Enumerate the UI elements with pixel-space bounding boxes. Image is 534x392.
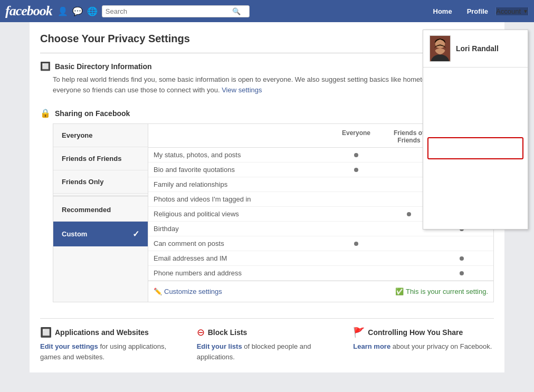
home-link[interactable]: Home [426, 0, 460, 22]
logout-link[interactable]: Logout [423, 205, 528, 227]
controlling-share-section: 🚩 Controlling How You Share Learn more a… [353, 327, 494, 362]
avatar-svg [430, 35, 450, 61]
customize-settings-link[interactable]: ✏️ Customize settings [154, 288, 222, 295]
nav-icons: 👤 💬 🌐 [58, 6, 98, 16]
account-menu-button[interactable]: Account ▼ [495, 7, 529, 15]
dropdown-item-manage-pages[interactable]: Manage Pages [423, 92, 528, 114]
sidebar-separator [53, 196, 148, 196]
profile-link[interactable]: Profile [460, 0, 495, 22]
applications-websites-header: 🔲 Applications and Websites [40, 327, 181, 338]
row-label: Bio and favorite quotations [154, 166, 330, 174]
dropdown-item-edit-friends[interactable]: Edit Friends [423, 70, 528, 92]
applications-desc: Edit your settings for using application… [40, 341, 181, 362]
checkmark-green-icon: ✅ [395, 288, 404, 295]
dot-icon [354, 242, 358, 246]
block-icon: ⊖ [197, 327, 205, 338]
chevron-down-icon: ▼ [523, 8, 528, 14]
col-label-item [154, 129, 330, 144]
dropdown-user-name: Lori Randall [456, 44, 499, 53]
privacy-settings-link[interactable]: Privacy Settings [427, 137, 523, 159]
dropdown-item-application-settings[interactable]: Application Settings [423, 160, 528, 183]
dropdown-item-account-settings[interactable]: Account Settings [423, 114, 528, 136]
controlling-share-title: Controlling How You Share [368, 328, 463, 337]
dot-icon [354, 168, 358, 172]
account-label: Account [496, 7, 521, 15]
bottom-sections: 🔲 Applications and Websites Edit your se… [40, 318, 494, 362]
account-settings-link[interactable]: Account Settings [423, 114, 528, 136]
controlling-share-desc-text: about your privacy on Facebook. [393, 342, 492, 350]
basic-directory-desc-text: To help real world friends find you, som… [53, 75, 483, 94]
row-label: Birthday [154, 225, 330, 233]
table-row: Can comment on posts [148, 236, 493, 251]
current-setting-label: This is your current setting. [406, 288, 488, 295]
applications-icon: 🔲 [40, 327, 52, 338]
messages-icon[interactable]: 💬 [72, 6, 83, 16]
block-lists-section: ⊖ Block Lists Edit your lists of blocked… [197, 327, 338, 362]
dropdown-item-privacy-settings[interactable]: Privacy Settings [423, 137, 528, 159]
sidebar-item-custom[interactable]: Custom ✓ [53, 222, 148, 246]
checkmark-icon: ✓ [132, 229, 139, 239]
edit-friends-link[interactable]: Edit Friends [423, 70, 528, 92]
row-label: Phone numbers and address [154, 269, 330, 277]
dropdown-menu: Edit Friends Manage Pages Account Settin… [423, 68, 528, 229]
sharing-icon: 🔒 [40, 108, 51, 118]
edit-settings-link[interactable]: Edit your settings [40, 342, 98, 350]
controlling-share-header: 🚩 Controlling How You Share [353, 327, 494, 338]
search-input[interactable] [106, 7, 232, 15]
block-lists-header: ⊖ Block Lists [197, 327, 338, 338]
avatar [430, 35, 451, 62]
table-row: Phone numbers and address [148, 266, 493, 281]
top-navigation: facebook 👤 💬 🌐 🔍 Home Profile Account ▼ [0, 0, 534, 22]
account-dropdown: Lori Randall Edit Friends Manage Pages A… [423, 30, 528, 230]
view-settings-link[interactable]: View settings [222, 86, 262, 94]
dot-everyone [330, 240, 383, 247]
dot-icon [460, 271, 464, 275]
custom-label: Custom [62, 230, 87, 238]
directory-icon: 🔲 [40, 61, 51, 71]
application-settings-link[interactable]: Application Settings [423, 160, 528, 183]
table-row: Email addresses and IM [148, 251, 493, 266]
block-lists-desc: Edit your lists of blocked people and ap… [197, 341, 338, 362]
help-center-link[interactable]: Help Center [423, 183, 528, 205]
sidebar-item-friends-only[interactable]: Friends Only [53, 170, 148, 194]
facebook-logo[interactable]: facebook [5, 3, 52, 19]
share-icon: 🚩 [353, 327, 365, 338]
sidebar-item-recommended[interactable]: Recommended [53, 198, 148, 222]
dropdown-item-help-center[interactable]: Help Center [423, 183, 528, 205]
row-label: Email addresses and IM [154, 254, 330, 262]
controlling-share-desc: Learn more about your privacy on Faceboo… [353, 341, 494, 352]
search-bar: 🔍 [102, 5, 250, 17]
friends-icon[interactable]: 👤 [58, 6, 68, 16]
notifications-icon[interactable]: 🌐 [87, 6, 98, 16]
privacy-table-footer: ✏️ Customize settings ✅ This is your cur… [148, 281, 493, 302]
col-label-everyone: Everyone [330, 129, 383, 144]
dropdown-item-logout[interactable]: Logout [423, 205, 528, 227]
row-label: Religious and political views [154, 210, 330, 218]
dot-fo [435, 254, 488, 262]
row-label: Can comment on posts [154, 240, 330, 247]
dot-icon [354, 153, 358, 157]
manage-pages-link[interactable]: Manage Pages [423, 92, 528, 114]
basic-directory-title: Basic Directory Information [55, 62, 152, 71]
row-label: Photos and videos I'm tagged in [154, 195, 330, 203]
edit-lists-link[interactable]: Edit your lists [197, 342, 242, 350]
dropdown-user-header: Lori Randall [423, 30, 528, 68]
dot-everyone [330, 166, 383, 174]
pencil-icon: ✏️ [154, 288, 162, 295]
customize-settings-label: Customize settings [164, 288, 222, 295]
applications-websites-section: 🔲 Applications and Websites Edit your se… [40, 327, 181, 362]
sidebar-item-friends-of-friends[interactable]: Friends of Friends [53, 147, 148, 170]
privacy-sidebar: Everyone Friends of Friends Friends Only… [53, 124, 148, 302]
sidebar-item-everyone[interactable]: Everyone [53, 124, 148, 147]
learn-more-link[interactable]: Learn more [353, 342, 390, 350]
applications-title: Applications and Websites [55, 328, 149, 337]
dot-everyone [330, 151, 383, 159]
current-setting-text: ✅ This is your current setting. [395, 288, 488, 295]
search-button[interactable]: 🔍 [232, 7, 241, 15]
row-label: My status, photos, and posts [154, 151, 330, 159]
dot-icon [460, 256, 464, 261]
block-lists-title: Block Lists [208, 328, 247, 337]
dot-icon [407, 212, 411, 216]
row-label: Family and relationships [154, 180, 330, 188]
dot-fo [435, 269, 488, 277]
